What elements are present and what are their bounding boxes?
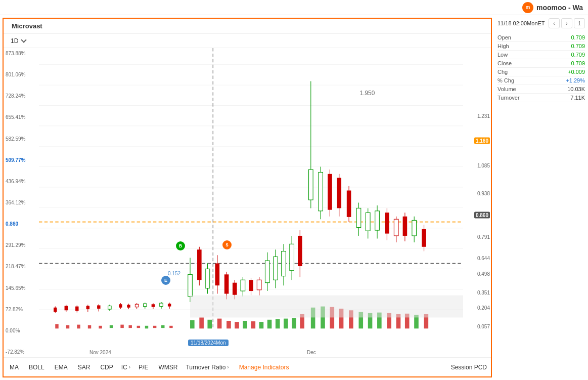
top-bar: m moomoo - Wa (0, 0, 588, 15)
ctrl-extra[interactable]: 1 (574, 18, 585, 28)
toolbar-ic-more[interactable]: IC › (121, 364, 130, 371)
svg-rect-84 (366, 213, 370, 231)
svg-rect-97 (55, 324, 58, 329)
svg-rect-26 (97, 305, 100, 309)
svg-rect-117 (251, 321, 256, 328)
yr-0351: 0.351 (477, 289, 490, 295)
y-label-1: 801.06% (6, 72, 37, 77)
ctrl-back[interactable]: ‹ (549, 18, 560, 28)
svg-rect-86 (375, 211, 380, 230)
y-axis-right: 1.231 1.160 1.085 0.938 0.860 0.791 0.64… (463, 48, 491, 357)
yr-0860-dark: 0.860 (474, 212, 490, 218)
badge-e: E (161, 276, 170, 285)
toolbar-turnover-more[interactable]: Turnover Ratio › (186, 364, 229, 371)
svg-rect-102 (110, 325, 113, 328)
svg-rect-36 (144, 304, 147, 306)
timeframe-select[interactable]: 1D (8, 36, 29, 46)
toolbar-boll[interactable]: BOLL (27, 363, 47, 372)
info-row-close: Close 0.709 (497, 59, 585, 68)
svg-rect-96 (422, 229, 426, 247)
svg-rect-52 (224, 274, 229, 293)
turnover-value: 7.11K (570, 95, 585, 101)
toolbar-turnover: Turnover Ratio (186, 364, 225, 371)
yr-0498: 0.498 (477, 271, 490, 277)
session-pcd-button[interactable]: Session PCD (451, 364, 487, 371)
info-row-volume: Volume 10.03K (497, 85, 585, 94)
svg-rect-48 (205, 269, 210, 288)
badge-s: $ (222, 240, 232, 249)
chg-label: Chg (497, 69, 508, 75)
chart-top-bar: 1D (4, 34, 491, 48)
low-value: 0.709 (571, 52, 585, 58)
toolbar-sar[interactable]: SAR (76, 363, 93, 372)
svg-rect-42 (168, 304, 171, 306)
svg-rect-82 (356, 208, 361, 227)
pchg-value: +1.29% (566, 77, 585, 83)
svg-rect-105 (137, 326, 140, 328)
high-value: 0.709 (571, 43, 585, 49)
toolbar-wmsr[interactable]: WMSR (156, 363, 179, 372)
info-row-high: High 0.709 (497, 42, 585, 51)
y-label-4: 582.59% (6, 136, 37, 142)
svg-rect-40 (160, 303, 163, 307)
svg-rect-78 (337, 178, 341, 208)
svg-rect-66 (282, 251, 286, 276)
y-label-9: 291.29% (6, 242, 37, 248)
manage-indicators-button[interactable]: Manage Indicators (239, 364, 289, 371)
y-label-5: 509.77% (6, 157, 37, 163)
svg-rect-72 (309, 170, 313, 200)
svg-rect-64 (274, 257, 278, 280)
svg-rect-107 (153, 326, 156, 328)
svg-rect-109 (169, 326, 172, 328)
y-label-12: 72.82% (6, 307, 37, 312)
svg-rect-76 (328, 174, 332, 210)
svg-rect-119 (267, 320, 272, 328)
svg-rect-118 (259, 322, 264, 328)
svg-rect-80 (347, 190, 351, 217)
turnover-more-icon: › (227, 364, 229, 370)
volume-label: Volume (497, 86, 516, 92)
volume-value: 10.03K (567, 86, 585, 92)
yr-1085: 1.085 (477, 163, 490, 168)
logo-text: moomoo - Wa (536, 4, 583, 12)
svg-rect-34 (135, 304, 138, 307)
open-label: Open (497, 34, 511, 40)
toolbar-cdp[interactable]: CDP (98, 363, 115, 372)
chart-area[interactable]: 1.950 (39, 48, 463, 357)
svg-rect-22 (75, 307, 78, 311)
stock-title: Microvast (12, 22, 42, 30)
svg-rect-58 (249, 280, 253, 291)
ctrl-forward[interactable]: › (561, 18, 572, 28)
svg-rect-120 (276, 319, 280, 329)
e-value-label: 0.152 (168, 271, 180, 276)
yr-1160-orange: 1.160 (474, 138, 490, 144)
open-value: 0.709 (571, 34, 585, 40)
y-label-8: 0.860 (6, 221, 37, 227)
svg-rect-110 (190, 320, 195, 328)
y-label-7: 364.12% (6, 200, 37, 205)
svg-rect-90 (394, 219, 398, 236)
info-row-turnover: Turnover 7.11K (497, 94, 585, 102)
y-label-14: -72.82% (6, 349, 37, 355)
timeframe-chevron-icon (21, 37, 27, 43)
toolbar-ma[interactable]: MA (8, 363, 21, 372)
yr-1231: 1.231 (477, 113, 490, 119)
yr-0057: 0.057 (477, 323, 490, 329)
svg-rect-100 (88, 325, 91, 329)
y-label-6: 436.94% (6, 179, 37, 184)
logo: m moomoo - Wa (522, 2, 583, 13)
toolbar-ic: IC (121, 364, 127, 371)
more-icon: › (129, 364, 130, 370)
pchg-label: % Chg (497, 77, 514, 83)
toolbar-ema[interactable]: EMA (53, 363, 70, 372)
svg-rect-60 (257, 280, 261, 290)
svg-rect-62 (265, 261, 269, 283)
yr-0644: 0.644 (477, 256, 490, 261)
toolbar-pe[interactable]: P/E (137, 363, 150, 372)
yr-0938: 0.938 (477, 191, 490, 196)
svg-rect-99 (77, 325, 80, 329)
x-label-dec: Dec (307, 350, 316, 355)
logo-icon: m (522, 2, 533, 13)
svg-rect-18 (54, 308, 57, 312)
svg-rect-24 (86, 306, 89, 310)
